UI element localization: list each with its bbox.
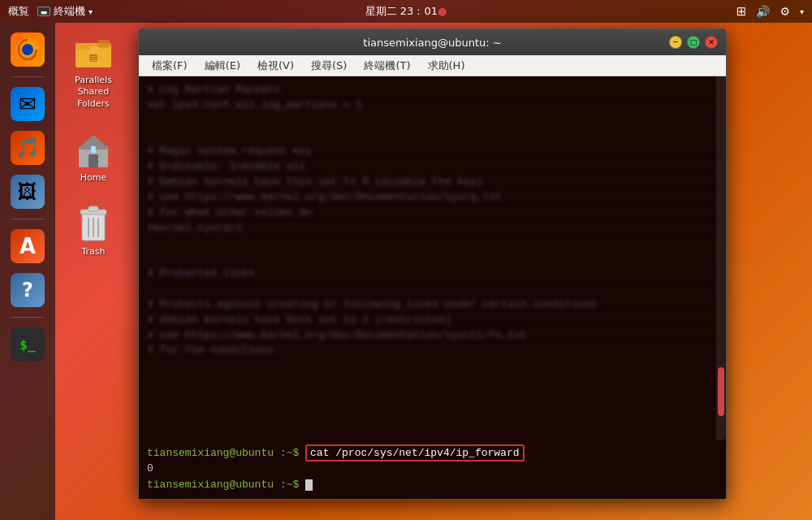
dock-item-shotwell[interactable]: 🖼	[6, 171, 49, 212]
prompt-symbol-2: :~$	[280, 479, 299, 491]
top-panel: 概覧 ▬ 終端機 ▾ 星期二 23：01● ⊞ 🔊 ⚙ ▾	[0, 0, 812, 23]
term-line-11	[147, 236, 718, 251]
desktop: 概覧 ▬ 終端機 ▾ 星期二 23：01● ⊞ 🔊 ⚙ ▾	[0, 0, 812, 520]
help-icon: ?	[11, 273, 45, 307]
dock-separator-3	[11, 317, 44, 318]
home-icon	[74, 130, 113, 169]
dock-item-terminal[interactable]: $_	[6, 324, 49, 365]
top-panel-left: 概覧 ▬ 終端機 ▾	[8, 4, 93, 19]
terminal-menu: 檔案(F) 編輯(E) 檢視(V) 搜尋(S) 終端機(T) 求助(H)	[139, 55, 726, 76]
desktop-icons-area: ▤ Parallels Shared Folders Home	[61, 28, 126, 262]
term-line-14	[147, 282, 718, 297]
svg-text:▤: ▤	[89, 52, 97, 63]
prompt-user-1: tiansemixiang@ubuntu	[147, 447, 274, 459]
font-icon: A	[11, 229, 45, 263]
terminal-window: tiansemixiang@ubuntu: ~ ─ □ ✕ 檔案(F) 編輯(E…	[138, 28, 727, 500]
term-line-1: # Log Martian Packets	[147, 83, 718, 98]
dock-separator-2	[11, 219, 44, 219]
menu-file[interactable]: 檔案(F)	[145, 57, 194, 75]
menu-edit[interactable]: 編輯(E)	[198, 57, 247, 75]
term-line-18: # for the conditions.	[147, 343, 718, 358]
minimize-button[interactable]: ─	[669, 36, 682, 49]
term-line-13: # Protected links	[147, 266, 718, 282]
dropdown-arrow-icon[interactable]: ▾	[800, 7, 804, 16]
menu-search[interactable]: 搜尋(S)	[304, 57, 353, 75]
dock-item-firefox[interactable]	[6, 29, 49, 70]
term-line-5: # Magic system request key	[147, 144, 718, 159]
term-line-7: # Debian kernels have this set to 0 (dis…	[147, 175, 718, 190]
trash-label: Trash	[81, 246, 105, 258]
command-text: cat /proc/sys/net/ipv4/ip_forward	[310, 447, 519, 459]
close-button[interactable]: ✕	[705, 36, 718, 49]
maximize-button[interactable]: □	[687, 36, 700, 49]
dock-item-font[interactable]: A	[6, 226, 49, 266]
system-tray: ⊞ 🔊 ⚙ ▾	[736, 4, 804, 19]
terminal-scroll-area: # Log Martian Packets net.ipv4.conf.all.…	[147, 83, 718, 434]
desktop-icon-trash[interactable]: Trash	[61, 200, 126, 262]
term-line-12	[147, 251, 718, 266]
rhythmbox-icon: 🎵	[11, 131, 45, 165]
terminal-content[interactable]: # Log Martian Packets net.ipv4.conf.all.…	[139, 76, 726, 440]
terminal-dock-icon: $_	[11, 327, 45, 362]
dock-separator-1	[11, 76, 44, 77]
term-line-2: net.ipv4.conf.all.log_martians = 1	[147, 98, 718, 114]
datetime-display: 星期二 23：01●	[365, 4, 447, 19]
term-line-17: # see https://www.kernel.org/doc/Documen…	[147, 328, 718, 344]
prompt-line-2: tiansemixiang@ubuntu :~$	[147, 477, 718, 493]
terminal-title: tiansemixiang@ubuntu: ~	[196, 37, 669, 49]
command-highlight-box: cat /proc/sys/net/ipv4/ip_forward	[305, 444, 524, 462]
terminal-bottom-area: tiansemixiang@ubuntu :~$ cat /proc/sys/n…	[139, 440, 726, 500]
menu-view[interactable]: 檢視(V)	[251, 57, 300, 75]
thunderbird-icon: ✉	[11, 87, 45, 121]
desktop-icon-parallels[interactable]: ▤ Parallels Shared Folders	[61, 28, 126, 114]
prompt-user-2: tiansemixiang@ubuntu	[147, 479, 274, 491]
home-label: Home	[80, 172, 106, 184]
terminal-scrollbar[interactable]	[716, 76, 726, 440]
shotwell-icon: 🖼	[11, 175, 45, 209]
desktop-icon-home[interactable]: Home	[61, 126, 126, 188]
menu-help[interactable]: 求助(H)	[421, 57, 472, 75]
svg-rect-5	[98, 40, 110, 48]
svg-rect-4	[76, 43, 90, 50]
term-line-15: # Protects against creating or following…	[147, 297, 718, 313]
term-line-16: # debian kernels have both set to 1 (res…	[147, 313, 718, 328]
window-controls: ─ □ ✕	[669, 36, 718, 49]
firefox-icon	[11, 32, 45, 67]
dock: ✉ 🎵 🖼 A ? $_	[0, 23, 55, 520]
svg-rect-10	[91, 146, 96, 153]
trash-icon	[74, 204, 113, 243]
terminal-titlebar: tiansemixiang@ubuntu: ~ ─ □ ✕	[139, 29, 726, 55]
user-menu-icon[interactable]: ⚙	[780, 5, 790, 18]
volume-icon[interactable]: 🔊	[756, 5, 770, 18]
term-line-6: # 0=disable, 1=enable all	[147, 159, 718, 175]
terminal-panel-label[interactable]: ▬ 終端機 ▾	[37, 4, 93, 19]
term-line-10: #kernel.sysrq=1	[147, 221, 718, 236]
command-line: tiansemixiang@ubuntu :~$ cat /proc/sys/n…	[147, 445, 718, 462]
parallels-label: Parallels Shared Folders	[75, 75, 112, 110]
svg-point-1	[22, 44, 33, 55]
terminal-cursor	[305, 479, 313, 491]
output-line: 0	[147, 461, 718, 477]
prompt-symbol-1: :~$	[280, 447, 299, 459]
overview-button[interactable]: 概覧	[8, 4, 29, 19]
network-icon[interactable]: ⊞	[736, 4, 747, 19]
term-line-3	[147, 114, 718, 129]
dock-item-rhythmbox[interactable]: 🎵	[6, 128, 49, 168]
dock-item-help[interactable]: ?	[6, 270, 49, 310]
dock-item-thunderbird[interactable]: ✉	[6, 84, 49, 124]
term-line-4	[147, 129, 718, 145]
parallels-folder-icon: ▤	[74, 32, 113, 72]
menu-terminal[interactable]: 終端機(T)	[357, 57, 417, 75]
svg-rect-9	[89, 154, 98, 167]
term-line-8: # see https://www.kernel.org/doc/Documen…	[147, 190, 718, 206]
term-line-9: # for what other values do	[147, 206, 718, 221]
scrollbar-thumb[interactable]	[718, 367, 724, 416]
svg-rect-13	[89, 206, 98, 211]
